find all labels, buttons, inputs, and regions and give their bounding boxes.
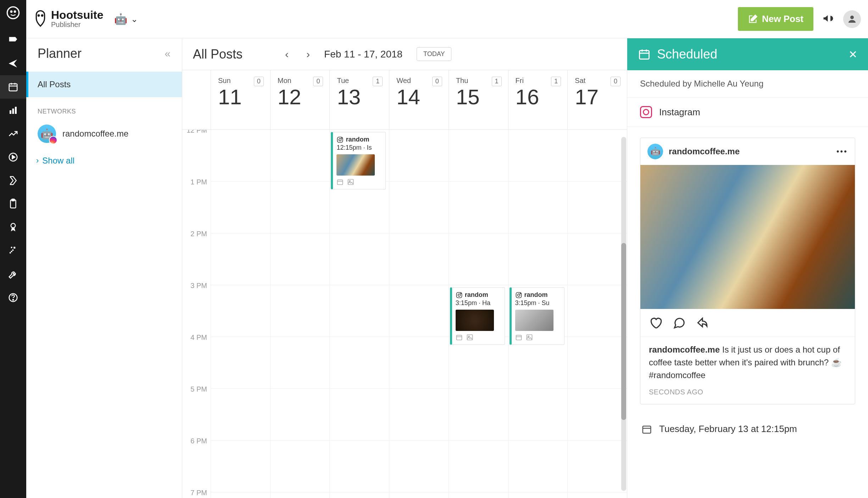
post-menu-button[interactable]: ••• — [836, 147, 848, 156]
prev-week-button[interactable]: ‹ — [278, 45, 296, 63]
post-avatar: 🤖 — [647, 144, 663, 159]
schedule-time: Tuesday, February 13 at 12:15pm — [659, 424, 797, 435]
like-icon[interactable] — [649, 316, 662, 330]
chevron-down-icon: ⌄ — [131, 14, 138, 24]
platform-name: Instagram — [659, 107, 700, 118]
time-label: 1 PM — [182, 178, 211, 230]
event-account: random — [465, 291, 488, 299]
next-week-button[interactable]: › — [299, 45, 317, 63]
new-post-button[interactable]: New Post — [738, 7, 813, 31]
svg-rect-32 — [467, 335, 472, 340]
day-count-badge: 0 — [313, 77, 323, 86]
nav-rail — [0, 0, 26, 498]
svg-marker-11 — [12, 155, 15, 159]
workspace-emoji-icon: 🤖 — [114, 13, 127, 25]
event-time: 3:15pm · Su — [515, 299, 561, 307]
megaphone-icon[interactable] — [822, 12, 835, 26]
campaigns-icon[interactable] — [0, 192, 26, 216]
detail-panel: Scheduled ✕ Scheduled by Michelle Au Yeu… — [627, 38, 868, 498]
analytics-icon[interactable] — [0, 99, 26, 122]
day-of-month: 12 — [278, 85, 323, 109]
planner-icon[interactable] — [0, 75, 26, 99]
svg-point-2 — [14, 10, 16, 13]
calendar-icon — [638, 48, 651, 61]
event-card[interactable]: random 12:15pm · Is — [331, 132, 386, 189]
day-count-badge: 1 — [492, 77, 502, 86]
event-account: random — [346, 136, 369, 143]
tools-icon[interactable] — [0, 262, 26, 286]
show-all-button[interactable]: › Show all — [26, 148, 182, 173]
day-of-month: 11 — [218, 85, 263, 109]
calendar-mini-icon — [456, 334, 463, 341]
day-header[interactable]: Sat 17 0 — [567, 70, 627, 129]
calendar-title: All Posts — [193, 47, 243, 62]
apps-icon[interactable] — [0, 239, 26, 262]
event-card[interactable]: random 3:15pm · Su — [510, 287, 564, 345]
instagram-badge-icon — [49, 136, 57, 144]
day-column[interactable] — [567, 130, 627, 498]
contests-icon[interactable] — [0, 216, 26, 239]
post-image — [640, 165, 855, 309]
help-icon[interactable] — [0, 286, 26, 309]
assignments-icon[interactable] — [0, 169, 26, 192]
day-column[interactable] — [211, 130, 270, 498]
svg-point-17 — [38, 14, 40, 17]
networks-label: NETWORKS — [26, 97, 182, 120]
collapse-sidebar-icon[interactable]: « — [165, 48, 171, 60]
calendar-grid[interactable]: 12 PM1 PM2 PM3 PM4 PM5 PM6 PM7 PM8 PM9 P… — [182, 130, 627, 498]
time-label: 7 PM — [182, 489, 211, 498]
event-card[interactable]: random 3:15pm · Ha — [450, 287, 505, 345]
day-count-badge: 1 — [373, 77, 383, 86]
svg-point-14 — [11, 223, 16, 228]
svg-rect-25 — [348, 179, 354, 185]
share-icon[interactable] — [696, 316, 709, 330]
day-column[interactable] — [270, 130, 330, 498]
event-thumbnail — [336, 154, 375, 176]
hootsuite-logo[interactable] — [0, 6, 26, 21]
comment-icon[interactable] — [672, 316, 686, 330]
chevron-right-icon: › — [36, 156, 39, 165]
svg-rect-37 — [516, 335, 521, 340]
sidebar-item-all-posts[interactable]: All Posts — [26, 72, 182, 97]
svg-rect-45 — [643, 426, 651, 433]
workspace-picker[interactable]: 🤖 ⌄ — [114, 13, 138, 25]
svg-point-33 — [468, 336, 469, 337]
day-header[interactable]: Tue 13 1 — [329, 70, 389, 129]
discover-icon[interactable] — [0, 145, 26, 169]
day-header[interactable]: Wed 14 0 — [389, 70, 449, 129]
brand-owl-icon — [33, 10, 48, 29]
today-button[interactable]: TODAY — [417, 47, 451, 61]
event-time: 3:15pm · Ha — [456, 299, 501, 307]
day-column[interactable] — [389, 130, 449, 498]
day-header[interactable]: Sun 11 0 — [211, 70, 270, 129]
trending-icon[interactable] — [0, 122, 26, 145]
day-of-month: 14 — [396, 85, 441, 109]
svg-rect-30 — [456, 335, 462, 340]
day-header[interactable]: Fri 16 1 — [508, 70, 568, 129]
network-item[interactable]: 🤖 randomcoffee.me — [26, 120, 182, 148]
svg-point-40 — [528, 336, 529, 337]
day-of-month: 16 — [516, 85, 561, 109]
svg-point-16 — [13, 299, 14, 300]
svg-point-1 — [10, 10, 13, 13]
image-mini-icon — [466, 334, 473, 341]
publisher-icon[interactable] — [0, 52, 26, 75]
calendar-mini-icon — [336, 178, 344, 186]
calendar: All Posts ‹ › Feb 11 - 17, 2018 TODAY Su… — [182, 38, 627, 498]
svg-rect-7 — [10, 110, 11, 114]
svg-point-28 — [458, 294, 461, 296]
day-header[interactable]: Mon 12 0 — [270, 70, 330, 129]
day-header[interactable]: Thu 15 1 — [449, 70, 508, 129]
streams-icon[interactable] — [0, 28, 26, 52]
day-count-badge: 0 — [432, 77, 442, 86]
scrollbar[interactable] — [621, 137, 626, 491]
event-account: random — [524, 291, 548, 299]
day-count-badge: 1 — [551, 77, 561, 86]
post-timestamp: SECONDS AGO — [640, 388, 855, 404]
top-header: Hootsuite Publisher 🤖 ⌄ New Post — [26, 0, 868, 38]
time-label: 3 PM — [182, 282, 211, 333]
brand-title: Hootsuite — [51, 9, 104, 21]
close-detail-button[interactable]: ✕ — [848, 48, 857, 61]
time-label: 4 PM — [182, 333, 211, 385]
user-avatar[interactable] — [843, 10, 861, 28]
